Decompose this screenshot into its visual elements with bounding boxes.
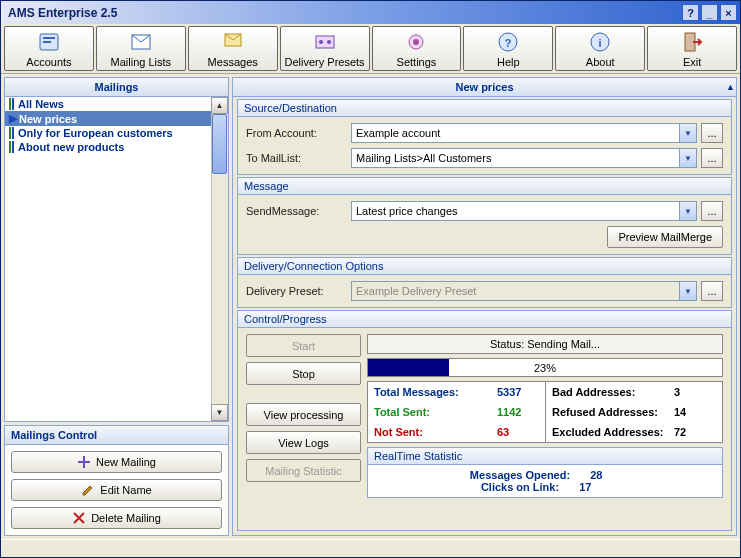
collapse-icon[interactable]: ▲ <box>726 82 735 92</box>
refused-addresses-value: 14 <box>674 406 716 418</box>
message-group: Message SendMessage: Latest price change… <box>237 177 732 255</box>
total-messages-value: 5337 <box>497 386 539 398</box>
view-processing-button[interactable]: View processing <box>246 403 361 426</box>
title-bar: AMS Enterprise 2.5 ? _ × <box>1 1 740 24</box>
mailing-lists-icon <box>129 30 153 54</box>
view-logs-button[interactable]: View Logs <box>246 431 361 454</box>
mailings-panel: Mailings ▲ All News ▶New prices Only for… <box>4 77 229 422</box>
group-title: Control/Progress <box>238 311 731 328</box>
not-sent-value: 63 <box>497 426 539 438</box>
excluded-addresses-label: Excluded Addresses: <box>552 426 674 438</box>
from-account-browse[interactable]: ... <box>701 123 723 143</box>
send-message-combo[interactable]: Latest price changes▼ <box>351 201 697 221</box>
delivery-options-group: Delivery/Connection Options Delivery Pre… <box>237 257 732 308</box>
svg-text:?: ? <box>505 37 512 49</box>
realtime-statistic-panel: RealTime Statistic Messages Opened:28 Cl… <box>367 447 723 498</box>
edit-name-button[interactable]: Edit Name <box>11 479 222 501</box>
start-button: Start <box>246 334 361 357</box>
not-sent-label: Not Sent: <box>374 426 497 438</box>
right-header: New prices <box>233 78 736 97</box>
pencil-icon <box>81 483 95 497</box>
help-button[interactable]: ? <box>682 4 699 21</box>
scroll-up-icon[interactable]: ▲ <box>211 97 228 114</box>
chevron-down-icon[interactable]: ▼ <box>679 124 696 142</box>
main-toolbar: Accounts Mailing Lists Messages Delivery… <box>1 24 740 74</box>
mailings-header: Mailings ▲ <box>5 78 228 97</box>
stats-grid: Total Messages:5337 Bad Addresses:3 Tota… <box>367 381 723 443</box>
messages-opened-label: Messages Opened: <box>470 469 570 481</box>
send-message-label: SendMessage: <box>246 205 351 217</box>
to-maillist-combo[interactable]: Mailing Lists>All Customers▼ <box>351 148 697 168</box>
excluded-addresses-value: 72 <box>674 426 716 438</box>
svg-text:i: i <box>599 37 602 49</box>
stop-button[interactable]: Stop <box>246 362 361 385</box>
new-mailing-button[interactable]: New Mailing <box>11 451 222 473</box>
send-message-browse[interactable]: ... <box>701 201 723 221</box>
toolbar-delivery-presets[interactable]: Delivery Presets <box>280 26 370 71</box>
total-messages-label: Total Messages: <box>374 386 497 398</box>
svg-point-9 <box>413 39 419 45</box>
to-maillist-label: To MailList: <box>246 152 351 164</box>
total-sent-label: Total Sent: <box>374 406 497 418</box>
delivery-preset-combo[interactable]: Example Delivery Preset▼ <box>351 281 697 301</box>
toolbar-about[interactable]: i About <box>555 26 645 71</box>
realtime-header: RealTime Statistic <box>368 448 722 465</box>
clicks-on-link-value: 17 <box>579 481 609 493</box>
bad-addresses-value: 3 <box>674 386 716 398</box>
app-window: AMS Enterprise 2.5 ? _ × Accounts Mailin… <box>0 0 741 558</box>
clicks-on-link-label: Clicks on Link: <box>481 481 559 493</box>
delivery-presets-icon <box>313 30 337 54</box>
mailing-item[interactable]: About new products <box>5 140 211 154</box>
settings-icon <box>404 30 428 54</box>
chevron-down-icon[interactable]: ▼ <box>679 149 696 167</box>
chevron-down-icon[interactable]: ▼ <box>679 202 696 220</box>
from-account-combo[interactable]: Example account▼ <box>351 123 697 143</box>
toolbar-mailing-lists[interactable]: Mailing Lists <box>96 26 186 71</box>
close-button[interactable]: × <box>720 4 737 21</box>
mailings-list-body: All News ▶New prices Only for European c… <box>5 97 228 421</box>
svg-point-6 <box>319 40 323 44</box>
minimize-button[interactable]: _ <box>701 4 718 21</box>
toolbar-accounts[interactable]: Accounts <box>4 26 94 71</box>
delivery-preset-browse[interactable]: ... <box>701 281 723 301</box>
left-column: Mailings ▲ All News ▶New prices Only for… <box>4 77 229 536</box>
content-area: Mailings ▲ All News ▶New prices Only for… <box>1 74 740 539</box>
chevron-down-icon[interactable]: ▼ <box>679 282 696 300</box>
group-title: Message <box>238 178 731 195</box>
accounts-icon <box>37 30 61 54</box>
progress-bar: 23% <box>367 358 723 377</box>
footer-bar <box>1 539 740 557</box>
help-icon: ? <box>496 30 520 54</box>
total-sent-value: 1142 <box>497 406 539 418</box>
to-maillist-browse[interactable]: ... <box>701 148 723 168</box>
delete-mailing-button[interactable]: Delete Mailing <box>11 507 222 529</box>
refused-addresses-label: Refused Addresses: <box>552 406 674 418</box>
mailing-item[interactable]: Only for European customers <box>5 126 211 140</box>
exit-icon <box>680 30 704 54</box>
plus-icon <box>77 455 91 469</box>
mailing-item[interactable]: ▶New prices <box>5 111 211 126</box>
svg-point-7 <box>327 40 331 44</box>
svg-rect-2 <box>43 41 51 43</box>
right-column: New prices Source/Destination From Accou… <box>232 77 737 536</box>
scroll-down-icon[interactable]: ▼ <box>211 404 228 421</box>
mailing-item[interactable]: All News <box>5 97 211 111</box>
window-title: AMS Enterprise 2.5 <box>4 6 680 20</box>
mailings-control-panel: Mailings Control New Mailing Edit Name D… <box>4 425 229 536</box>
control-progress-group: Control/Progress Start Stop View process… <box>237 310 732 531</box>
scroll-thumb[interactable] <box>212 114 227 174</box>
bad-addresses-label: Bad Addresses: <box>552 386 674 398</box>
preview-mailmerge-button[interactable]: Preview MailMerge <box>607 226 723 248</box>
svg-rect-5 <box>316 36 334 48</box>
from-account-label: From Account: <box>246 127 351 139</box>
toolbar-settings[interactable]: Settings <box>372 26 462 71</box>
toolbar-help[interactable]: ? Help <box>463 26 553 71</box>
mailings-control-header: Mailings Control <box>5 426 228 445</box>
toolbar-messages[interactable]: Messages <box>188 26 278 71</box>
messages-icon <box>221 30 245 54</box>
status-text: Status: Sending Mail... <box>367 334 723 354</box>
group-title: Delivery/Connection Options <box>238 258 731 275</box>
toolbar-exit[interactable]: Exit <box>647 26 737 71</box>
group-title: Source/Destination <box>238 100 731 117</box>
x-icon <box>72 511 86 525</box>
